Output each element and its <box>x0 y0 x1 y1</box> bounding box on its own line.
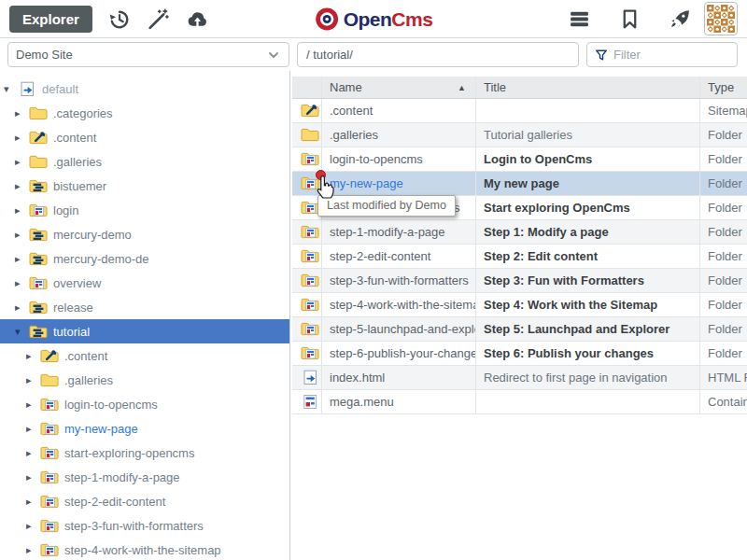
cell-icon <box>292 99 322 122</box>
cell-name[interactable]: .content <box>322 99 476 122</box>
expand-arrow-icon[interactable]: ▸ <box>15 253 27 265</box>
expand-arrow-icon[interactable]: ▸ <box>15 204 27 217</box>
tree-item-.categories[interactable]: ▸.categories <box>0 101 289 125</box>
menu-icon[interactable] <box>567 7 592 32</box>
filter-input[interactable] <box>613 48 729 62</box>
cell-type: Folder <box>700 196 747 219</box>
tree-item-label: step-2-edit-content <box>64 495 165 509</box>
path-input[interactable] <box>297 42 579 67</box>
explorer-button[interactable]: Explorer <box>9 6 92 33</box>
cell-name[interactable]: step-6-publish-your-changes <box>322 342 476 365</box>
column-header-name[interactable]: Name ▲ <box>322 77 476 98</box>
tree-item-login[interactable]: ▸login <box>0 198 289 222</box>
expand-arrow-icon[interactable]: ▸ <box>15 156 27 168</box>
cell-name[interactable]: step-5-launchpad-and-explorer <box>322 317 476 341</box>
tree-item-step-3-fun-with-formatters[interactable]: ▸step-3-fun-with-formatters <box>0 513 289 538</box>
expand-arrow-icon[interactable]: ▸ <box>26 544 38 556</box>
bookmark-icon[interactable] <box>617 7 642 32</box>
expand-arrow-icon[interactable]: ▸ <box>26 374 38 386</box>
expand-arrow-icon[interactable]: ▸ <box>15 132 27 144</box>
collapse-arrow-icon[interactable]: ▾ <box>15 326 27 338</box>
expand-arrow-icon[interactable]: ▸ <box>26 447 38 459</box>
folder-icon <box>29 105 48 121</box>
cell-type: Folder <box>700 147 747 171</box>
tree-item-my-new-page[interactable]: ▸my-new-page <box>0 416 289 441</box>
cell-name[interactable]: step-1-modify-a-page <box>322 220 476 244</box>
tree-item-mercury-demo-de[interactable]: ▸mercury-demo-de <box>0 246 289 271</box>
tree-item-default[interactable]: ▾default <box>0 77 289 101</box>
table-row-step-6-publish-your-changes[interactable]: step-6-publish-your-changesStep 6: Publi… <box>292 342 747 366</box>
table-row-step-2-edit-content[interactable]: step-2-edit-contentStep 2: Edit contentF… <box>292 245 747 269</box>
expand-arrow-icon[interactable]: ▸ <box>15 107 27 119</box>
tree-item-label: release <box>53 301 93 315</box>
table-row-mega.menu[interactable]: mega.menuContainer page <box>292 390 747 414</box>
tree-item-start-exploring-opencms[interactable]: ▸start-exploring-opencms <box>0 441 289 465</box>
expand-arrow-icon[interactable]: ▸ <box>15 229 27 241</box>
cell-name[interactable]: index.html <box>322 366 476 389</box>
table-row-step-3-fun-with-formatters[interactable]: step-3-fun-with-formattersStep 3: Fun wi… <box>292 269 747 293</box>
table-row-login-to-opencms[interactable]: login-to-opencmsLogin to OpenCmsFolder <box>292 147 747 172</box>
cell-name[interactable]: step-2-edit-content <box>322 245 476 268</box>
expand-arrow-icon[interactable]: ▸ <box>26 496 38 508</box>
expand-arrow-icon[interactable]: ▸ <box>26 350 38 362</box>
expand-arrow-icon[interactable]: ▸ <box>26 423 38 435</box>
expand-arrow-icon[interactable]: ▸ <box>15 180 27 192</box>
history-icon[interactable] <box>106 7 132 32</box>
tree-item-.content[interactable]: ▸.content <box>0 343 289 368</box>
cell-type: Folder <box>700 172 747 195</box>
tree-item-.galleries[interactable]: ▸.galleries <box>0 368 289 392</box>
expand-arrow-icon[interactable]: ▸ <box>26 399 38 411</box>
user-identicon[interactable] <box>704 2 738 35</box>
rocket-icon[interactable] <box>668 7 693 32</box>
tree-item-mercury-demo[interactable]: ▸mercury-demo <box>0 222 289 246</box>
table-row-step-5-launchpad-and-explorer[interactable]: step-5-launchpad-and-explorerStep 5: Lau… <box>292 317 747 342</box>
logo-text: OpenCms <box>344 8 433 31</box>
cell-title: Step 6: Publish your changes <box>476 342 700 365</box>
table-row-index.html[interactable]: index.htmlRedirect to first page in navi… <box>292 366 747 390</box>
expand-arrow-icon[interactable]: ▸ <box>26 471 38 483</box>
expand-arrow-icon[interactable]: ▸ <box>15 277 27 289</box>
tree-item-overview[interactable]: ▸overview <box>0 271 289 295</box>
tree-item-step-2-edit-content[interactable]: ▸step-2-edit-content <box>0 489 289 513</box>
tree-item-.content[interactable]: ▸.content <box>0 125 289 149</box>
tree-item-label: step-3-fun-with-formatters <box>64 519 204 533</box>
tree-item-tutorial[interactable]: ▾tutorial <box>0 319 289 343</box>
folder-page-icon <box>301 200 319 216</box>
column-header-type[interactable]: Type <box>700 77 747 98</box>
cell-name[interactable]: my-new-page <box>322 172 476 195</box>
table-row-.galleries[interactable]: .galleriesTutorial galleriesFolder <box>292 123 747 147</box>
table-row-.content[interactable]: .contentSitemap configuration <box>292 99 747 123</box>
controls-row: Demo Site <box>0 38 747 71</box>
table-row-step-4-work-with-the-sitemap[interactable]: step-4-work-with-the-sitemapStep 4: Work… <box>292 293 747 317</box>
folder-stack-icon <box>29 251 48 267</box>
tree-item-login-to-opencms[interactable]: ▸login-to-opencms <box>0 392 289 416</box>
filter-box <box>586 42 738 67</box>
tree-item-bistuemer[interactable]: ▸bistuemer <box>0 174 289 198</box>
collapse-arrow-icon[interactable]: ▾ <box>4 83 16 95</box>
cell-name[interactable]: step-4-work-with-the-sitemap <box>322 293 476 316</box>
folder-page-icon <box>40 518 59 534</box>
wand-icon[interactable] <box>146 7 171 32</box>
site-select-value: Demo Site <box>16 48 73 62</box>
site-select[interactable]: Demo Site <box>7 42 289 67</box>
cell-name[interactable]: step-3-fun-with-formatters <box>322 269 476 292</box>
table-row-my-new-page[interactable]: my-new-pageMy new pageFolder <box>292 172 747 196</box>
expand-arrow-icon[interactable]: ▸ <box>26 520 38 532</box>
cell-name[interactable]: login-to-opencms <box>322 147 476 171</box>
expand-arrow-icon[interactable]: ▸ <box>15 301 27 314</box>
cell-title: Step 3: Fun with Formatters <box>476 269 700 292</box>
tree-item-step-1-modify-a-page[interactable]: ▸step-1-modify-a-page <box>0 465 289 489</box>
tree-item-release[interactable]: ▸release <box>0 295 289 319</box>
cell-name[interactable]: .galleries <box>322 123 476 147</box>
tree-item-label: step-1-modify-a-page <box>64 470 180 484</box>
tree-item-.galleries[interactable]: ▸.galleries <box>0 149 289 174</box>
tree-item-label: .galleries <box>53 155 102 169</box>
tree-item-step-4-work-with-the-sitemap[interactable]: ▸step-4-work-with-the-sitemap <box>0 538 289 560</box>
cell-title: Step 2: Edit content <box>476 245 700 268</box>
column-header-title[interactable]: Title <box>476 77 700 98</box>
upload-icon[interactable] <box>185 7 210 32</box>
cell-name[interactable]: mega.menu <box>322 390 476 413</box>
column-header-icon[interactable] <box>292 77 322 98</box>
table-row-step-1-modify-a-page[interactable]: step-1-modify-a-pageStep 1: Modify a pag… <box>292 220 747 245</box>
tree-item-label: .categories <box>53 106 113 120</box>
